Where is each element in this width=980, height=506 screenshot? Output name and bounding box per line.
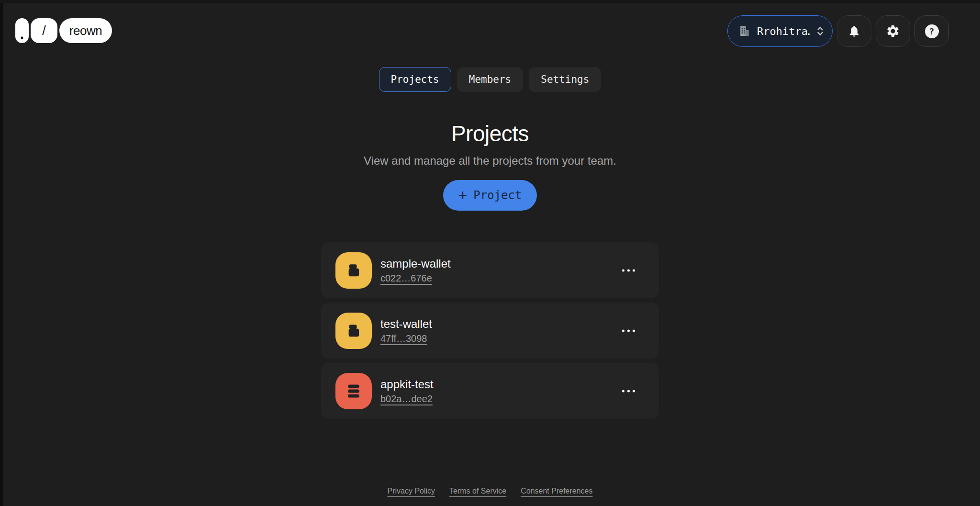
consent-preferences-link[interactable]: Consent Preferences	[521, 487, 592, 495]
page-subtitle: View and manage all the projects from yo…	[364, 154, 616, 168]
page-title: Projects	[451, 121, 529, 146]
org-name-label: Rrohitra…	[757, 25, 810, 37]
help-button[interactable]: ?	[914, 15, 949, 47]
notifications-button[interactable]	[837, 15, 871, 47]
row-menu-button[interactable]	[620, 325, 637, 337]
tab-members[interactable]: Members	[457, 67, 523, 92]
unfold-chevron-icon	[815, 25, 825, 37]
project-id-link[interactable]: 47ff…3098	[380, 333, 427, 344]
settings-button[interactable]	[876, 15, 910, 47]
ellipsis-icon	[622, 329, 624, 332]
logo-brand-pill: reown	[59, 18, 112, 43]
project-id-link[interactable]: c022…676e	[380, 273, 432, 284]
org-selector-dropdown[interactable]: Rrohitra…	[727, 15, 833, 47]
header-actions: Rrohitra… ?	[727, 15, 949, 47]
new-project-button[interactable]: + Project	[443, 180, 537, 211]
wallet-icon	[335, 252, 372, 289]
project-name: test-wallet	[380, 317, 432, 331]
project-list: sample-wallet c022…676e test-wa	[321, 242, 659, 419]
org-tabs: Projects Members Settings	[0, 67, 980, 92]
tab-projects[interactable]: Projects	[379, 67, 451, 92]
logo-slash-pill: /	[31, 18, 57, 43]
privacy-policy-link[interactable]: Privacy Policy	[387, 487, 435, 495]
building-icon	[737, 24, 752, 38]
project-info: appkit-test b02a…dee2	[380, 378, 434, 405]
question-icon: ?	[925, 24, 939, 38]
row-menu-button[interactable]	[620, 264, 637, 276]
ellipsis-icon	[622, 269, 624, 271]
tab-settings[interactable]: Settings	[529, 67, 601, 92]
terms-of-service-link[interactable]: Terms of Service	[449, 487, 506, 495]
project-name: appkit-test	[380, 378, 434, 391]
wallet-icon	[335, 313, 372, 349]
logo-dot-pill: .	[15, 18, 29, 43]
stack-icon	[335, 373, 372, 409]
ellipsis-icon	[622, 390, 624, 392]
project-id-link[interactable]: b02a…dee2	[380, 394, 433, 405]
project-row[interactable]: appkit-test b02a…dee2	[321, 363, 659, 419]
window-top-edge	[0, 0, 980, 3]
project-name: sample-wallet	[380, 257, 451, 270]
project-row[interactable]: sample-wallet c022…676e	[321, 242, 659, 298]
gear-icon	[886, 24, 900, 38]
footer: Privacy Policy Terms of Service Consent …	[0, 487, 980, 495]
plus-icon: +	[458, 186, 468, 203]
project-row[interactable]: test-wallet 47ff…3098	[321, 303, 659, 359]
new-project-button-label: Project	[473, 189, 522, 202]
row-menu-button[interactable]	[620, 385, 637, 397]
project-info: sample-wallet c022…676e	[380, 257, 451, 284]
project-info: test-wallet 47ff…3098	[380, 317, 432, 344]
reown-logo[interactable]: . / reown	[15, 18, 112, 43]
main-content: Projects View and manage all the project…	[0, 121, 980, 419]
bell-icon	[847, 24, 861, 38]
